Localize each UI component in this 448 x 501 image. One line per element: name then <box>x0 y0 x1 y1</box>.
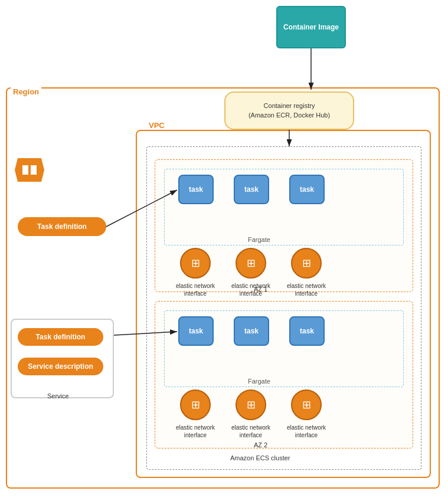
task-box-az2-3: task <box>289 316 325 346</box>
task-definition-label: Task definition <box>37 222 87 231</box>
task-label-az1-2: task <box>244 185 259 194</box>
service-box: Task definition Service description <box>11 319 114 398</box>
fargate2-label: Fargate <box>248 378 270 385</box>
task-label-az1-1: task <box>189 185 203 194</box>
task-label-az2-1: task <box>189 327 203 335</box>
service-task-def-button[interactable]: Task definition <box>18 328 103 346</box>
service-task-def-label: Task definition <box>36 333 86 341</box>
ecs-cluster-label: Amazon ECS cluster <box>230 454 290 461</box>
task-box-az2-2: task <box>234 316 269 346</box>
container-image-label: Container Image <box>283 23 339 31</box>
svg-rect-3 <box>22 163 37 165</box>
registry-box: Container registry (Amazon ECR, Docker H… <box>224 91 354 130</box>
eni-circle-az2-3: ⊞ <box>291 389 322 420</box>
task-definition-button[interactable]: Task definition <box>18 217 106 236</box>
eni-icon-az2-1: ⊞ <box>191 398 200 411</box>
task-label-az1-3: task <box>300 185 314 194</box>
eni-label-az1-3: elastic network interface <box>286 282 327 297</box>
svg-rect-4 <box>22 175 37 177</box>
eni-circle-az1-1: ⊞ <box>180 248 211 279</box>
vpc-label: VPC <box>146 121 167 130</box>
task-box-az1-1: task <box>178 175 214 204</box>
task-box-az2-1: task <box>178 316 214 346</box>
container-image-box: Container Image <box>276 6 346 48</box>
task-label-az2-2: task <box>244 327 259 335</box>
service-label: Service <box>47 392 69 400</box>
eni-icon-az2-2: ⊞ <box>247 398 256 411</box>
svg-marker-0 <box>15 158 44 182</box>
eni-label-az2-3: elastic network interface <box>286 424 327 439</box>
eni-icon-az1-1: ⊞ <box>191 257 200 270</box>
eni-label-az2-2: elastic network interface <box>230 424 272 439</box>
eni-circle-az2-1: ⊞ <box>180 389 211 420</box>
registry-label: Container registry (Amazon ECR, Docker H… <box>248 101 330 120</box>
eni-label-az2-1: elastic network interface <box>175 424 216 439</box>
az1-label: AZ 1 <box>254 286 267 293</box>
fargate1-label: Fargate <box>248 236 270 243</box>
service-description-label: Service description <box>28 362 93 371</box>
eni-circle-az1-3: ⊞ <box>291 248 322 279</box>
region-label: Region <box>11 87 41 96</box>
eni-icon-az1-3: ⊞ <box>302 257 311 270</box>
task-box-az1-3: task <box>289 175 325 204</box>
eni-label-az1-1: elastic network interface <box>175 282 216 297</box>
diagram-container: Region VPC Amazon ECS cluster AZ 1 Farga… <box>0 0 448 501</box>
task-box-az1-2: task <box>234 175 269 204</box>
ecs-icon <box>12 152 47 188</box>
eni-circle-az1-2: ⊞ <box>236 248 266 279</box>
eni-icon-az1-2: ⊞ <box>247 257 256 270</box>
eni-icon-az2-3: ⊞ <box>302 398 311 411</box>
service-description-button[interactable]: Service description <box>18 358 103 375</box>
az2-label: AZ 2 <box>254 441 267 448</box>
eni-circle-az2-2: ⊞ <box>236 389 266 420</box>
task-label-az2-3: task <box>300 327 314 335</box>
